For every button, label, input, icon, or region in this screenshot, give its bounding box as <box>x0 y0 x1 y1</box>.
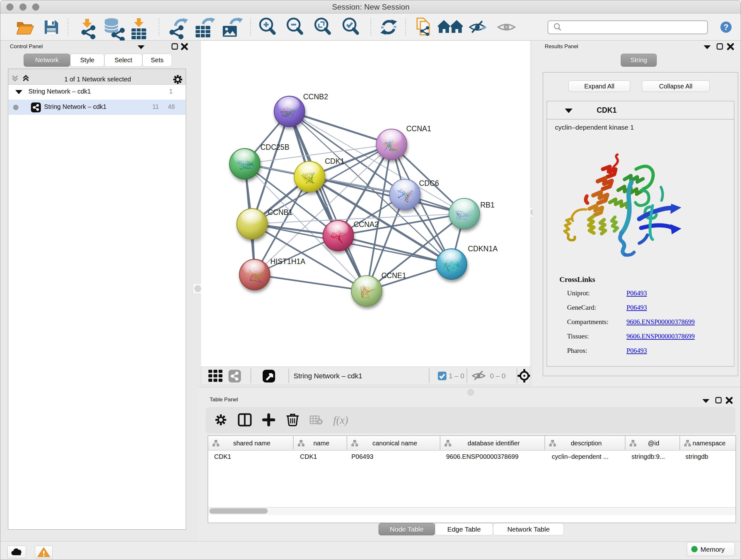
svg-text:CCNB1: CCNB1 <box>268 208 293 216</box>
svg-text:@id: @id <box>648 440 659 447</box>
svg-text:database identifier: database identifier <box>468 440 520 447</box>
svg-text:CDC25B: CDC25B <box>260 143 289 151</box>
svg-text:CDK1: CDK1 <box>325 157 344 165</box>
svg-text:f(x): f(x) <box>333 414 348 426</box>
svg-text:CCNB2: CCNB2 <box>303 92 328 101</box>
svg-text:canonical name: canonical name <box>373 440 417 447</box>
svg-text:CDK1: CDK1 <box>214 453 231 460</box>
svg-text:CCNA2: CCNA2 <box>354 220 379 229</box>
svg-text:CDKN1A: CDKN1A <box>468 245 498 253</box>
svg-text:CCNE1: CCNE1 <box>381 271 406 280</box>
svg-text:stringdb: stringdb <box>685 453 708 460</box>
svg-text:cyclin–dependent ...: cyclin–dependent ... <box>552 453 609 460</box>
svg-text:HIST1H1A: HIST1H1A <box>270 257 306 266</box>
svg-text:shared name: shared name <box>233 440 271 447</box>
svg-text:?: ? <box>724 22 729 32</box>
svg-text:9606.ENSP00000378699: 9606.ENSP00000378699 <box>446 453 519 460</box>
svg-text:CCNA1: CCNA1 <box>406 125 431 133</box>
svg-text:CDC6: CDC6 <box>419 179 439 187</box>
svg-text:RB1: RB1 <box>480 201 495 209</box>
svg-text:namespace: namespace <box>692 440 725 447</box>
svg-text:1 – 0: 1 – 0 <box>449 372 464 380</box>
svg-text:0 – 0: 0 – 0 <box>490 372 506 380</box>
svg-text:description: description <box>571 440 602 447</box>
svg-text:CDK1: CDK1 <box>300 453 317 460</box>
svg-text:stringdb:9...: stringdb:9... <box>631 453 665 460</box>
svg-text:String Network – cdk1: String Network – cdk1 <box>293 372 362 380</box>
svg-text:name: name <box>313 440 329 447</box>
svg-text:P06493: P06493 <box>351 453 374 460</box>
